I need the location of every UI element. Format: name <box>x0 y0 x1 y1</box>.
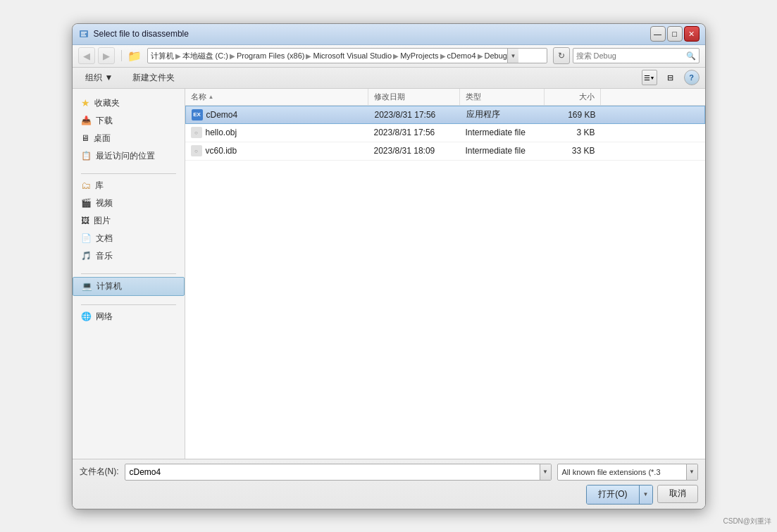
open-dropdown-button[interactable]: ▼ <box>640 485 652 504</box>
col-type-label: 类型 <box>466 92 481 102</box>
sidebar-favorites-header: ★ 收藏夹 <box>73 94 185 112</box>
refresh-button[interactable]: ↻ <box>553 47 570 64</box>
address-folder-icon: 📁 <box>128 49 142 63</box>
video-icon: 🎬 <box>81 198 92 208</box>
sidebar-divider-2 <box>81 273 176 274</box>
address-bar[interactable]: 计算机 ▶ 本地磁盘 (C:) ▶ Program Files (x86) ▶ … <box>147 48 547 63</box>
file-list: 名称 ▲ 修改日期 类型 大小 EX cDemo4 202 <box>185 89 705 459</box>
breadcrumb-sep: ▶ <box>230 52 235 60</box>
network-label: 网络 <box>96 311 113 323</box>
file-cell-name-cdemo4: EX cDemo4 <box>186 107 369 123</box>
docs-label: 文档 <box>96 233 113 245</box>
sidebar-item-images[interactable]: 🖼 图片 <box>73 212 185 230</box>
downloads-icon: 📥 <box>81 116 92 125</box>
sidebar-item-network[interactable]: 🌐 网络 <box>73 308 185 326</box>
file-cell-type-hello: Intermediate file <box>460 125 545 140</box>
file-row-vc60-idb[interactable]: ○ vc60.idb 2023/8/31 18:09 Intermediate … <box>185 142 705 161</box>
obj-icon-hello: ○ <box>191 127 202 138</box>
watermark: CSDN@刘重洋 <box>723 516 772 526</box>
open-button-group: 打开(O) ▼ <box>586 485 652 505</box>
new-folder-button[interactable]: 新建文件夹 <box>125 70 182 85</box>
address-dropdown-button[interactable]: ▼ <box>507 48 518 63</box>
minimize-button[interactable]: — <box>650 26 666 42</box>
library-section: 🗂 库 🎬 视频 🖼 图片 📄 文档 🎵 音乐 <box>73 177 185 265</box>
computer-section: 💻 计算机 <box>73 277 185 296</box>
window-controls: — □ ✕ <box>650 26 700 42</box>
breadcrumb-part: Debug <box>485 51 507 60</box>
sort-arrow-name: ▲ <box>209 94 214 100</box>
svg-rect-1 <box>81 32 87 33</box>
view-button[interactable]: ☰ ▼ <box>642 70 657 85</box>
recent-icon: 📋 <box>81 151 92 161</box>
search-box[interactable]: 🔍 <box>573 48 700 63</box>
sidebar-item-recent[interactable]: 📋 最近访问的位置 <box>73 147 185 165</box>
file-cell-name-hello: ○ hello.obj <box>185 125 368 140</box>
col-name-label: 名称 <box>191 92 206 102</box>
dialog-title: Select file to disassemble <box>94 29 650 39</box>
sidebar-divider-3 <box>81 304 176 305</box>
cancel-button[interactable]: 取消 <box>657 485 698 503</box>
downloads-label: 下载 <box>96 115 113 127</box>
maximize-button[interactable]: □ <box>667 26 683 42</box>
breadcrumb-sep: ▶ <box>175 52 181 60</box>
back-button[interactable]: ◀ <box>78 47 95 64</box>
pane-button[interactable]: ⊟ <box>663 70 678 85</box>
filename-input[interactable] <box>125 467 540 477</box>
file-name-hello: hello.obj <box>206 128 237 137</box>
view-arrow: ▼ <box>650 75 655 80</box>
col-header-name[interactable]: 名称 ▲ <box>185 89 368 105</box>
filetype-dropdown-button[interactable]: ▼ <box>686 464 697 481</box>
new-folder-label: 新建文件夹 <box>132 72 175 84</box>
sidebar-item-computer[interactable]: 💻 计算机 <box>73 277 185 296</box>
file-name-vc60: vc60.idb <box>206 146 237 156</box>
col-header-date[interactable]: 修改日期 <box>368 89 460 105</box>
breadcrumb-sep: ▶ <box>440 52 446 60</box>
file-cell-size-hello: 3 KB <box>545 125 601 140</box>
filename-input-wrap[interactable]: ▼ <box>125 464 552 481</box>
title-bar: Select file to disassemble — □ ✕ <box>73 24 705 45</box>
forward-button[interactable]: ▶ <box>98 47 115 64</box>
col-size-label: 大小 <box>579 92 595 102</box>
desktop-icon: 🖥 <box>81 133 89 143</box>
obj-icon-vc60: ○ <box>191 145 202 156</box>
docs-icon: 📄 <box>81 233 92 243</box>
breadcrumb-part: 本地磁盘 (C:) <box>182 51 228 61</box>
filetype-select[interactable]: All known file extensions (*.3 ▼ <box>557 464 698 481</box>
music-icon: 🎵 <box>81 251 92 261</box>
computer-icon: 💻 <box>82 281 92 291</box>
images-icon: 🖼 <box>81 216 89 225</box>
sidebar-item-video[interactable]: 🎬 视频 <box>73 194 185 212</box>
search-icon[interactable]: 🔍 <box>686 51 696 61</box>
view-icon: ☰ <box>644 74 650 82</box>
file-cell-type-vc60: Intermediate file <box>460 144 545 158</box>
file-cell-date-hello: 2023/8/31 17:56 <box>368 125 460 140</box>
file-cell-size-cdemo4: 169 KB <box>545 108 602 122</box>
file-cell-type-cdemo4: 应用程序 <box>461 106 545 123</box>
sidebar-item-downloads[interactable]: 📥 下载 <box>73 112 185 130</box>
bottom-bar: 文件名(N): ▼ All known file extensions (*.3… <box>73 459 705 509</box>
help-button[interactable]: ? <box>684 70 700 85</box>
network-section: 🌐 网络 <box>73 308 185 326</box>
col-header-size[interactable]: 大小 <box>545 89 601 105</box>
file-row-hello-obj[interactable]: ○ hello.obj 2023/8/31 17:56 Intermediate… <box>185 124 705 142</box>
file-row-cdemo4[interactable]: EX cDemo4 2023/8/31 17:56 应用程序 169 KB <box>185 106 705 124</box>
action-row: 打开(O) ▼ 取消 <box>80 485 698 505</box>
organize-label: 组织 <box>85 72 102 84</box>
favorites-label: 收藏夹 <box>94 97 120 109</box>
sidebar-item-docs[interactable]: 📄 文档 <box>73 230 185 247</box>
filename-dropdown-button[interactable]: ▼ <box>540 464 551 481</box>
favorites-section: ★ 收藏夹 📥 下载 🖥 桌面 📋 最近访问的位置 <box>73 94 185 165</box>
file-name-cdemo4: cDemo4 <box>206 110 238 120</box>
exe-icon: EX <box>192 109 203 120</box>
music-label: 音乐 <box>96 250 113 262</box>
open-button[interactable]: 打开(O) <box>587 485 639 504</box>
sidebar-item-music[interactable]: 🎵 音乐 <box>73 247 185 265</box>
organize-button[interactable]: 组织 ▼ <box>78 70 120 85</box>
file-cell-size-vc60: 33 KB <box>545 144 601 158</box>
sidebar: ★ 收藏夹 📥 下载 🖥 桌面 📋 最近访问的位置 <box>73 89 185 459</box>
close-button[interactable]: ✕ <box>684 26 700 42</box>
col-header-type[interactable]: 类型 <box>460 89 545 105</box>
search-input[interactable] <box>576 51 686 60</box>
sidebar-item-desktop[interactable]: 🖥 桌面 <box>73 130 185 147</box>
breadcrumb-sep: ▶ <box>306 52 311 60</box>
